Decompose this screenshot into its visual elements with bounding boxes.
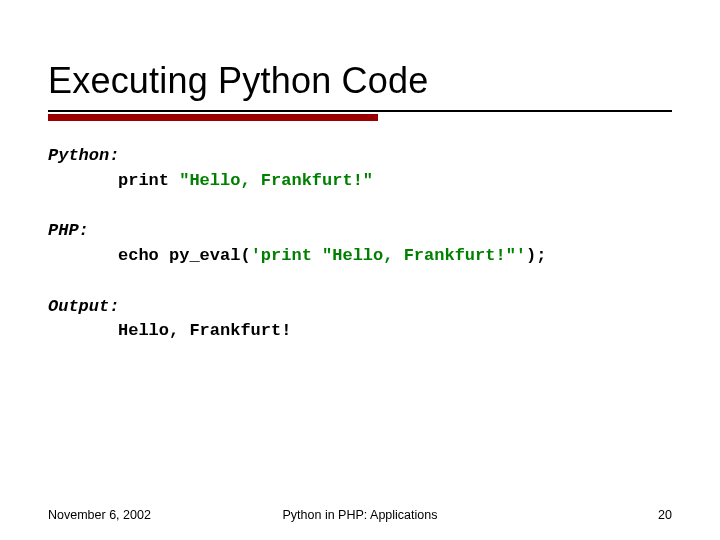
spacer [48,269,672,285]
title-wrap: Executing Python Code [0,0,720,120]
code-python-string: "Hello, Frankfurt!" [179,171,373,190]
title-underline [48,110,672,120]
label-output: Output: [48,295,672,320]
output-text: Hello, Frankfurt! [48,319,672,344]
label-python: Python: [48,144,672,169]
footer-title: Python in PHP: Applications [283,508,438,522]
underline-thick [48,114,378,121]
underline-thin [48,110,672,112]
code-php: echo py_eval('print "Hello, Frankfurt!"'… [48,244,672,269]
label-php: PHP: [48,219,672,244]
slide: Executing Python Code Python: print "Hel… [0,0,720,540]
footer-date: November 6, 2002 [48,508,151,522]
footer-page-number: 20 [658,508,672,522]
slide-content: Python: print "Hello, Frankfurt!" PHP: e… [0,120,720,344]
code-php-keyword: echo py_eval( [118,246,251,265]
code-php-tail: ); [526,246,546,265]
code-php-string: 'print "Hello, Frankfurt!"' [251,246,526,265]
page-title: Executing Python Code [48,60,672,102]
footer: November 6, 2002 Python in PHP: Applicat… [48,508,672,522]
spacer [48,193,672,209]
code-python: print "Hello, Frankfurt!" [48,169,672,194]
code-python-keyword: print [118,171,179,190]
